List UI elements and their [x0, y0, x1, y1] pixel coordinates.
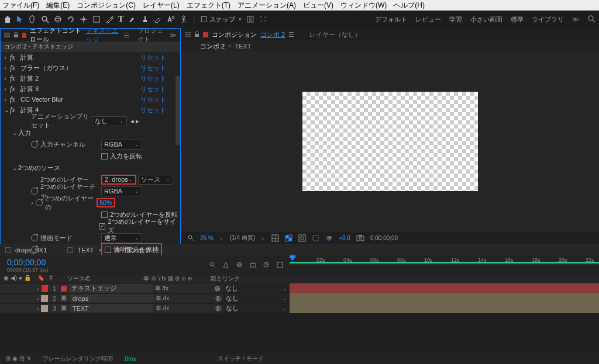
menu-file[interactable]: ファイル(F) [2, 1, 39, 11]
layer-switches[interactable]: 卑 /fx [155, 285, 212, 293]
fx-icon[interactable]: fx [10, 85, 20, 93]
hand-tool-icon[interactable] [28, 15, 36, 23]
tl-opt3-icon[interactable] [249, 261, 257, 270]
expand-icon[interactable]: › [37, 285, 39, 292]
quality-dropdown[interactable]: (1/4 画質) [230, 234, 255, 242]
scrollbar-thumb[interactable] [175, 75, 180, 145]
blend-mode-dropdown[interactable]: 通常⌄ [101, 233, 142, 243]
lock-icon[interactable] [13, 32, 19, 39]
collapse-icon[interactable]: ⌄ [12, 164, 18, 172]
search-icon[interactable] [209, 261, 216, 270]
tl-opt4-icon[interactable] [263, 261, 270, 270]
timeline-layer-row[interactable]: › 1 テキストエッジ 卑 /fx ◎なし⌄ [0, 283, 599, 293]
top-menu[interactable]: ファイル(F) 編集(E) コンポジション(C) レイヤー(L) エフェクト(T… [0, 0, 599, 11]
effect-name[interactable]: 計算 3 [20, 85, 140, 93]
ws-small[interactable]: 小さい画面 [470, 15, 502, 24]
prev-preset-icon[interactable]: ◂ [130, 117, 134, 125]
comp-tab[interactable]: コンポジション [212, 30, 257, 39]
effect-name[interactable]: 計算 [20, 53, 140, 62]
eraser-tool-icon[interactable] [154, 15, 162, 23]
expand-icon[interactable]: › [4, 96, 10, 103]
fx-icon[interactable]: fx [10, 74, 20, 83]
layer-bar[interactable] [290, 283, 599, 293]
rotate-tool-icon[interactable] [67, 15, 75, 23]
second-channel-dropdown[interactable]: RGBA⌄ [101, 186, 142, 196]
time-ruler[interactable]: 02s 04s 06s 08s 10s 12s 14s 16s 18s 20s … [290, 256, 599, 275]
mag-icon[interactable] [187, 234, 194, 241]
anchor-tool-icon[interactable] [80, 15, 88, 23]
layer-none-tab[interactable]: レイヤー（なし） [309, 30, 361, 39]
zoom-tool-icon[interactable] [41, 15, 49, 23]
parent-dropdown[interactable]: なし⌄ [223, 285, 290, 293]
second-fit-checkbox[interactable] [99, 223, 106, 230]
tl-opt2-icon[interactable] [236, 261, 243, 270]
expand-icon[interactable]: › [31, 199, 36, 206]
tl-opt1-icon[interactable] [222, 261, 230, 270]
snap-toggle[interactable]: スナップ▾ [201, 15, 242, 24]
tab-menu-icon[interactable]: ☰ [123, 32, 129, 39]
ws-library[interactable]: ライブラリ [532, 15, 564, 24]
stopwatch-icon[interactable] [31, 234, 38, 241]
search-icon[interactable] [587, 15, 595, 24]
ws-default[interactable]: デフォルト [375, 15, 407, 24]
layer-name[interactable]: テキストエッジ [69, 284, 153, 293]
snap-opt-icon[interactable] [246, 15, 254, 23]
preset-dropdown[interactable]: なし⌄ [92, 116, 127, 126]
expand-icon[interactable]: › [37, 295, 39, 302]
effect-name[interactable]: ブラー（ガウス） [20, 64, 140, 72]
input-invert-checkbox[interactable] [101, 153, 108, 160]
col-source[interactable]: ソース名 [67, 275, 143, 283]
pickwhip-icon[interactable]: ◎ [215, 285, 221, 292]
layer-color[interactable] [41, 305, 48, 312]
panel-menu-icon[interactable] [4, 32, 10, 39]
stopwatch-icon[interactable] [31, 141, 38, 148]
stopwatch-icon[interactable] [36, 199, 43, 206]
pickwhip-icon[interactable]: ◎ [215, 304, 221, 312]
playhead[interactable] [290, 255, 295, 258]
expand-icon[interactable]: › [37, 305, 39, 312]
lock-icon[interactable] [194, 31, 199, 39]
menu-window[interactable]: ウィンドウ(W) [340, 1, 387, 11]
second-layer-dropdown[interactable]: 2. drops⌄ [101, 175, 136, 185]
parent-dropdown[interactable]: なし⌄ [223, 294, 290, 303]
timecode[interactable]: 0;00;00;00 [0, 258, 49, 267]
transparency-icon[interactable] [285, 234, 292, 242]
menu-effect[interactable]: エフェクト(T) [187, 1, 230, 11]
orbit-tool-icon[interactable] [54, 15, 62, 23]
next-preset-icon[interactable]: ▸ [136, 117, 139, 125]
effect-name[interactable]: 計算 2 [20, 74, 140, 83]
work-area[interactable] [290, 262, 599, 264]
stopwatch-icon[interactable] [31, 188, 38, 195]
stamp-tool-icon[interactable] [141, 15, 149, 23]
home-icon[interactable] [4, 15, 12, 23]
ws-review[interactable]: レビュー [415, 15, 441, 24]
expand-icon[interactable]: › [4, 54, 10, 61]
fx-icon[interactable]: fx [10, 106, 20, 115]
exposure-value[interactable]: +0.0 [339, 235, 350, 241]
timeline-layer-row[interactable]: › 3 TEXT 卑 /fx ◎なし⌄ [0, 303, 599, 313]
puppet-tool-icon[interactable] [180, 15, 188, 23]
brush-tool-icon[interactable] [128, 15, 136, 23]
reset-link[interactable]: リセット [140, 95, 166, 104]
collapse-icon[interactable]: ⌄ [4, 106, 10, 114]
snap-expand-icon[interactable] [259, 15, 267, 23]
stopwatch-icon[interactable] [31, 246, 38, 253]
expand-icon[interactable]: › [4, 64, 10, 71]
switch-mode-toggle[interactable]: スイッチ / モード [218, 355, 263, 363]
menu-view[interactable]: ビュー(V) [303, 1, 333, 11]
reset-link[interactable]: リセット [140, 74, 166, 83]
panel-menu-icon[interactable] [185, 31, 191, 38]
ws-learn[interactable]: 学習 [449, 15, 462, 24]
ws-standard[interactable]: 標準 [511, 15, 524, 24]
layer-color[interactable] [42, 285, 49, 292]
selection-tool-icon[interactable] [16, 15, 23, 23]
breadcrumb-text[interactable]: TEXT [235, 43, 251, 50]
layer-bar[interactable] [290, 303, 599, 313]
input-channel-dropdown[interactable]: RGBA⌄ [101, 140, 142, 150]
layer-switches[interactable]: 卑 /fx [156, 294, 213, 303]
fx-icon[interactable]: fx [10, 64, 20, 72]
layer-name[interactable]: TEXT [70, 304, 153, 313]
roto-tool-icon[interactable] [167, 15, 175, 23]
expand-icon[interactable]: › [4, 85, 10, 92]
menu-layer[interactable]: レイヤー(L) [143, 1, 180, 11]
